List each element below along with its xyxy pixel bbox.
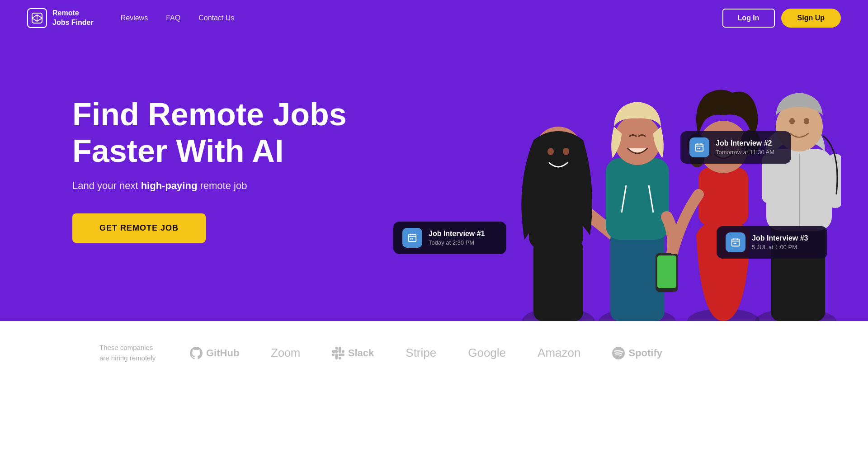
- companies-strip: These companies are hiring remotely GitH…: [0, 321, 868, 384]
- svg-point-30: [804, 118, 809, 124]
- nav-faq[interactable]: FAQ: [166, 14, 180, 22]
- card-1-subtitle: Today at 2:30 PM: [429, 239, 485, 246]
- interview-card-2: Job Interview #2 Tomorrow at 11:30 AM: [680, 131, 791, 164]
- svg-rect-31: [696, 144, 703, 151]
- company-spotify: Spotify: [612, 347, 662, 359]
- login-button[interactable]: Log In: [722, 9, 775, 28]
- logo-link[interactable]: Remote Jobs Finder: [27, 8, 94, 28]
- card-icon-2: [689, 137, 709, 157]
- card-2-title: Job Interview #2: [716, 139, 774, 147]
- company-google: Google: [468, 346, 506, 360]
- logo-text: Remote Jobs Finder: [52, 9, 94, 28]
- card-3-subtitle: 5 JUL at 1:00 PM: [752, 244, 808, 250]
- svg-rect-47: [733, 243, 735, 244]
- svg-point-6: [547, 148, 554, 155]
- companies-logos: GitHub Zoom Slack Stripe Google Amazon: [190, 346, 769, 360]
- interview-card-1: Job Interview #1 Today at 2:30 PM: [393, 222, 506, 254]
- svg-rect-26: [827, 154, 841, 208]
- hero-content: Find Remote Jobs Faster With AI Land you…: [72, 96, 353, 243]
- svg-rect-3: [533, 240, 583, 321]
- svg-rect-37: [409, 235, 416, 242]
- svg-rect-10: [606, 158, 669, 240]
- company-github: GitHub: [190, 347, 239, 359]
- svg-rect-48: [735, 243, 736, 244]
- svg-point-13: [614, 115, 661, 165]
- svg-point-7: [563, 148, 569, 155]
- people-illustration: [488, 14, 841, 321]
- svg-rect-42: [412, 238, 413, 240]
- card-1-text: Job Interview #1 Today at 2:30 PM: [429, 230, 485, 246]
- card-2-subtitle: Tomorrow at 11:30 AM: [716, 149, 774, 156]
- svg-rect-15: [657, 255, 676, 288]
- nav-buttons: Log In Sign Up: [722, 9, 841, 28]
- card-icon-1: [402, 228, 422, 248]
- logo-icon: [27, 8, 47, 28]
- hero-subtitle: Land your next high-paying remote job: [72, 180, 353, 192]
- nav-contact[interactable]: Contact Us: [198, 14, 234, 22]
- svg-point-29: [789, 118, 795, 124]
- svg-rect-41: [410, 238, 411, 240]
- card-icon-3: [726, 232, 745, 252]
- svg-rect-43: [732, 239, 740, 246]
- company-slack: Slack: [332, 347, 374, 359]
- hero-title: Find Remote Jobs Faster With AI: [72, 96, 353, 169]
- nav-reviews[interactable]: Reviews: [121, 14, 148, 22]
- card-1-title: Job Interview #1: [429, 230, 485, 238]
- svg-rect-35: [697, 148, 698, 149]
- nav-links: Reviews FAQ Contact Us: [121, 14, 722, 22]
- card-2-text: Job Interview #2 Tomorrow at 11:30 AM: [716, 139, 774, 156]
- company-stripe: Stripe: [406, 346, 436, 360]
- companies-label: These companies are hiring remotely: [99, 343, 163, 363]
- signup-button[interactable]: Sign Up: [781, 9, 841, 28]
- cta-button[interactable]: GET REMOTE JOB: [72, 213, 206, 243]
- people-svg: [488, 14, 841, 321]
- svg-rect-36: [699, 148, 700, 149]
- svg-rect-17: [698, 167, 748, 226]
- navbar: Remote Jobs Finder Reviews FAQ Contact U…: [0, 0, 868, 36]
- company-amazon: Amazon: [538, 346, 580, 360]
- card-3-title: Job Interview #3: [752, 234, 808, 242]
- card-3-text: Job Interview #3 5 JUL at 1:00 PM: [752, 234, 808, 250]
- hero-section: Remote Jobs Finder Reviews FAQ Contact U…: [0, 0, 868, 321]
- company-zoom: Zoom: [271, 346, 300, 360]
- interview-card-3: Job Interview #3 5 JUL at 1:00 PM: [717, 226, 827, 259]
